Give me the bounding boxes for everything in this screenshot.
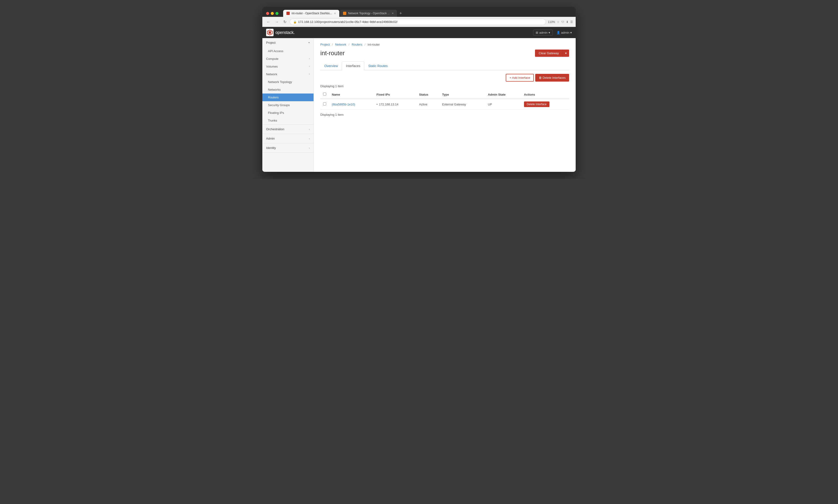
user-icon: 👤 xyxy=(556,31,560,34)
identity-chevron: › xyxy=(309,147,310,149)
td-admin-state: UP xyxy=(485,99,521,110)
sidebar-item-volumes[interactable]: Volumes › xyxy=(262,62,314,70)
app-container: openstack. ⊞ admin ▾ 👤 admin ▾ xyxy=(262,27,576,172)
tab-favicon-2 xyxy=(343,12,346,15)
tab-label-2: Network Topology - OpenStack ... xyxy=(348,12,390,15)
tab-interfaces[interactable]: Interfaces xyxy=(342,61,364,70)
shield-icon[interactable]: 🛡 xyxy=(561,20,564,24)
th-type: Type xyxy=(439,90,485,99)
td-name: (6ba5885b-1e10) xyxy=(329,99,374,110)
sidebar-orchestration-label: Orchestration xyxy=(266,127,284,131)
sidebar-header-admin[interactable]: Admin › xyxy=(262,134,314,143)
svg-rect-1 xyxy=(269,31,271,34)
sidebar-item-network[interactable]: Network › xyxy=(262,70,314,78)
displaying-text-top: Displaying 1 item xyxy=(320,84,569,88)
th-admin-state: Admin State xyxy=(485,90,521,99)
main-layout: Project ▾ API Access Compute › Volumes › xyxy=(262,38,576,172)
clear-gateway-caret[interactable]: ▾ xyxy=(563,50,569,57)
td-checkbox xyxy=(320,99,329,110)
tab-label-1: int-router - OpenStack Dashbo... xyxy=(291,12,332,15)
row-checkbox[interactable] xyxy=(323,102,326,105)
user-label: admin xyxy=(561,31,569,34)
displaying-text-bottom: Displaying 1 item xyxy=(320,113,569,116)
select-all-checkbox[interactable] xyxy=(323,93,326,96)
page-header: int-router Clear Gateway ▾ xyxy=(320,50,569,57)
sidebar-item-security-groups[interactable]: Security Groups xyxy=(262,101,314,109)
sidebar-item-floating-ips[interactable]: Floating IPs xyxy=(262,109,314,116)
th-checkbox xyxy=(320,90,329,99)
sidebar: Project ▾ API Access Compute › Volumes › xyxy=(262,38,314,172)
project-switcher[interactable]: ⊞ admin ▾ xyxy=(533,30,553,36)
reload-button[interactable]: ↻ xyxy=(282,19,288,25)
orchestration-chevron: › xyxy=(309,128,310,131)
sidebar-item-trunks[interactable]: Trunks xyxy=(262,116,314,124)
browser-toolbar: ← → ↻ 🔒 172.168.12.100/project/routers/a… xyxy=(262,17,576,27)
clear-gateway-group: Clear Gateway ▾ xyxy=(535,50,569,57)
sidebar-item-api-access[interactable]: API Access xyxy=(262,47,314,55)
td-type: External Gateway xyxy=(439,99,485,110)
table-body: (6ba5885b-1e10) 172.168.13.14 Active Ext… xyxy=(320,99,569,110)
brand: openstack. xyxy=(266,29,295,36)
bookmark-icon[interactable]: ☆ xyxy=(557,20,559,24)
tab-close-2[interactable]: ✕ xyxy=(392,12,394,15)
sidebar-project-label: Project xyxy=(266,41,275,44)
sidebar-item-network-topology[interactable]: Network Topology xyxy=(262,78,314,86)
user-chevron: ▾ xyxy=(570,31,572,34)
fullscreen-button[interactable] xyxy=(275,12,279,15)
forward-button[interactable]: → xyxy=(273,19,280,25)
address-bar[interactable]: 🔒 172.168.12.100/project/routers/ab21cc9… xyxy=(290,19,546,25)
tab-static-routes[interactable]: Static Routes xyxy=(364,61,392,70)
breadcrumb: Project / Network / Routers / int-router xyxy=(320,43,569,46)
add-interface-button[interactable]: + Add Interface xyxy=(506,74,534,82)
fixed-ip-value: 172.168.13.14 xyxy=(376,103,398,106)
zoom-level: 110% xyxy=(548,20,555,24)
td-actions: Delete Interface xyxy=(521,99,569,110)
admin-chevron: › xyxy=(309,137,310,140)
browser-tabs: int-router - OpenStack Dashbo... ✕ Netwo… xyxy=(283,10,572,17)
top-nav-right: ⊞ admin ▾ 👤 admin ▾ xyxy=(533,30,572,36)
delete-interface-button[interactable]: Delete Interface xyxy=(524,102,550,107)
back-button[interactable]: ← xyxy=(265,19,272,25)
breadcrumb-routers[interactable]: Routers xyxy=(352,43,362,46)
breadcrumb-sep-1: / xyxy=(332,43,333,46)
tab-favicon-1 xyxy=(286,12,290,15)
interface-name-link[interactable]: (6ba5885b-1e10) xyxy=(332,103,355,106)
delete-interfaces-button[interactable]: 🗑 Delete Interfaces xyxy=(535,74,569,82)
close-button[interactable] xyxy=(266,12,269,15)
breadcrumb-project[interactable]: Project xyxy=(320,43,330,46)
browser-tab-1[interactable]: int-router - OpenStack Dashbo... ✕ xyxy=(283,10,339,17)
new-tab-button[interactable]: + xyxy=(397,10,404,17)
project-label: admin xyxy=(539,31,547,34)
menu-icon[interactable]: ☰ xyxy=(570,20,573,24)
project-icon: ⊞ xyxy=(536,31,538,34)
breadcrumb-current: int-router xyxy=(368,43,380,46)
download-icon[interactable]: ⬇ xyxy=(566,20,568,24)
table-toolbar: + Add Interface 🗑 Delete Interfaces xyxy=(320,74,569,82)
td-fixed-ip: 172.168.13.14 xyxy=(374,99,416,110)
browser-tab-2[interactable]: Network Topology - OpenStack ... ✕ xyxy=(340,10,397,17)
compute-chevron: › xyxy=(309,57,310,60)
sidebar-header-project[interactable]: Project ▾ xyxy=(262,38,314,47)
minimize-button[interactable] xyxy=(271,12,274,15)
table-row: (6ba5885b-1e10) 172.168.13.14 Active Ext… xyxy=(320,99,569,110)
address-text: 172.168.12.100/project/routers/ab21cc9e-… xyxy=(298,20,542,24)
top-nav: openstack. ⊞ admin ▾ 👤 admin ▾ xyxy=(262,27,576,38)
volumes-chevron: › xyxy=(309,65,310,68)
project-chevron: ▾ xyxy=(549,31,550,34)
clear-gateway-button[interactable]: Clear Gateway xyxy=(535,50,563,57)
td-status: Active xyxy=(416,99,439,110)
table-header: Name Fixed IPs Status Type xyxy=(320,90,569,99)
tab-close-1[interactable]: ✕ xyxy=(334,12,336,15)
tab-overview[interactable]: Overview xyxy=(320,61,342,70)
network-chevron: › xyxy=(309,72,310,75)
sidebar-section-orchestration: Orchestration › xyxy=(262,125,314,134)
sidebar-item-routers[interactable]: Routers xyxy=(262,93,314,101)
sidebar-header-orchestration[interactable]: Orchestration › xyxy=(262,125,314,134)
user-menu[interactable]: 👤 admin ▾ xyxy=(556,31,572,34)
sidebar-item-compute[interactable]: Compute › xyxy=(262,55,314,62)
sidebar-section-project: Project ▾ API Access Compute › Volumes › xyxy=(262,38,314,125)
toolbar-right: 110% ☆ 🛡 ⬇ ☰ xyxy=(548,20,573,24)
sidebar-item-networks[interactable]: Networks xyxy=(262,86,314,93)
breadcrumb-network[interactable]: Network xyxy=(335,43,346,46)
sidebar-header-identity[interactable]: Identity › xyxy=(262,143,314,152)
